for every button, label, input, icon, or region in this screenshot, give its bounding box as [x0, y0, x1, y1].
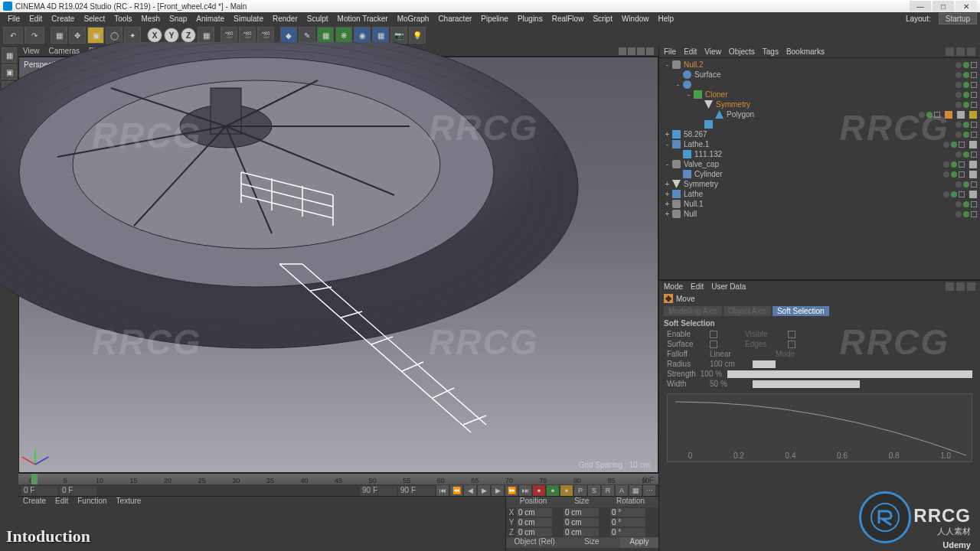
val-radius[interactable]: 100 cm [710, 360, 748, 368]
generator-icon[interactable]: ▦ [317, 27, 334, 44]
key-rot-icon[interactable]: R [602, 485, 614, 496]
coord-field[interactable]: 0 ° [610, 518, 645, 527]
axis-z-toggle[interactable]: Z [181, 28, 196, 43]
tree-item-label[interactable]: 58.267 [684, 130, 707, 139]
chk-surface[interactable] [710, 341, 717, 348]
menu-motion-tracker[interactable]: Motion Tracker [333, 15, 393, 23]
tree-item-label[interactable]: Lathe [684, 190, 703, 198]
layer-dot-icon[interactable] [956, 181, 962, 187]
menu-mograph[interactable]: MoGraph [393, 15, 434, 23]
layer-dot-icon[interactable] [943, 171, 949, 178]
tree-item-label[interactable]: 111.132 [694, 150, 722, 158]
tree-item-label[interactable]: Cylinder [694, 170, 723, 178]
tag-icon[interactable] [969, 191, 977, 198]
layer-dot-icon[interactable] [956, 201, 962, 207]
visibility-dot-icon[interactable] [926, 112, 933, 118]
frame-end-field[interactable]: 90 F [360, 486, 397, 496]
coord-field[interactable]: 0 cm [517, 508, 552, 517]
goto-end-icon[interactable]: ⏭ [519, 485, 531, 496]
tree-item-label[interactable]: Null [684, 210, 697, 218]
playhead[interactable] [31, 474, 38, 484]
layer-dot-icon[interactable] [943, 142, 949, 148]
spline-pen-icon[interactable]: ✎ [299, 27, 315, 44]
tree-row[interactable]: Polygon [659, 109, 980, 119]
rotate-tool-icon[interactable]: ◯ [106, 27, 122, 44]
tree-row[interactable] [659, 119, 980, 129]
am-nav-fwd-icon[interactable] [956, 282, 965, 291]
chk-edges[interactable] [788, 341, 795, 348]
coord-field[interactable]: 0 cm [564, 508, 599, 517]
tab-object-axis[interactable]: Object Axis [724, 306, 771, 316]
menu-render[interactable]: Render [268, 15, 302, 23]
am-opts-icon[interactable] [967, 282, 975, 291]
enable-checkbox[interactable] [971, 211, 977, 217]
tree-expander-icon[interactable]: - [685, 90, 692, 99]
menu-select[interactable]: Select [79, 15, 109, 23]
key-param-icon[interactable]: A [616, 485, 628, 496]
menu-character[interactable]: Character [433, 15, 476, 23]
chk-visible[interactable] [788, 331, 795, 338]
render-view-icon[interactable]: 🎬 [220, 27, 237, 44]
tree-item-label[interactable]: Null.1 [684, 200, 704, 208]
axis-y-toggle[interactable]: Y [164, 28, 179, 43]
tree-expander-icon[interactable]: + [664, 200, 671, 208]
tree-row[interactable]: -Valve_cap [659, 159, 980, 169]
val-width[interactable]: 50 % [710, 380, 748, 388]
visibility-dot-icon[interactable] [963, 152, 969, 158]
tag-icon[interactable] [957, 111, 965, 119]
window-maximize-button[interactable]: □ [933, 1, 954, 11]
recent-tool-icon[interactable]: ✦ [124, 27, 141, 44]
tree-row[interactable]: - [659, 80, 980, 90]
enable-checkbox[interactable] [959, 142, 965, 148]
menu-pipeline[interactable]: Pipeline [476, 15, 513, 23]
frame-eb-field[interactable]: 90 F [398, 486, 435, 496]
render-settings-icon[interactable]: 🎬 [257, 27, 274, 44]
select-tool-icon[interactable]: ▦ [51, 27, 67, 44]
layer-dot-icon[interactable] [956, 122, 962, 128]
visibility-dot-icon[interactable] [963, 92, 969, 98]
window-minimize-button[interactable]: — [910, 1, 931, 11]
timeline-ruler[interactable]: 0510152025303540455055606570758085900 F [18, 474, 658, 484]
tab-soft-selection[interactable]: Soft Selection [773, 306, 829, 316]
menu-snap[interactable]: Snap [165, 15, 191, 23]
tree-expander-icon[interactable]: + [664, 190, 671, 198]
tree-row[interactable]: Surface [659, 70, 980, 80]
om-opts-icon[interactable] [967, 47, 975, 56]
coord-field[interactable]: 0 ° [610, 528, 645, 536]
deformer-icon[interactable]: ◉ [354, 27, 371, 44]
environment-icon[interactable]: ▦ [372, 27, 389, 44]
visibility-dot-icon[interactable] [963, 181, 969, 187]
enable-checkbox[interactable] [971, 152, 977, 158]
visibility-dot-icon[interactable] [951, 171, 957, 178]
tree-item-label[interactable]: Cloner [705, 90, 727, 99]
autokey-icon[interactable]: ● [547, 485, 559, 496]
tab-modelling-axis[interactable]: Modelling Axis [664, 306, 722, 316]
tag-icon[interactable] [969, 141, 977, 148]
step-back-icon[interactable]: ◀ [464, 485, 476, 496]
tab-function[interactable]: Function [77, 497, 106, 507]
coord-field[interactable]: 0 ° [610, 508, 645, 517]
om-search-icon[interactable] [946, 47, 954, 56]
enable-checkbox[interactable] [971, 72, 977, 78]
falloff-graph[interactable]: 00.20.40.60.81.0 [667, 393, 972, 462]
slider-width[interactable] [753, 380, 860, 388]
tree-item-label[interactable]: Symmetry [684, 180, 718, 188]
coord-mode-select[interactable]: Object (Rel) [506, 537, 564, 548]
object-tree[interactable]: -Null.2Surface--ClonerSymmetryPolygon+58… [659, 58, 980, 280]
frame-start-field[interactable]: 0 F [21, 486, 58, 496]
enable-checkbox[interactable] [959, 171, 965, 178]
menu-tools[interactable]: Tools [109, 15, 136, 23]
tag-icon[interactable] [945, 111, 952, 119]
frame-sa-field[interactable]: 0 F [60, 486, 96, 496]
material-manager[interactable]: Create Edit Function Texture [18, 496, 505, 551]
om-menu-tags[interactable]: Tags [763, 47, 779, 56]
visibility-dot-icon[interactable] [951, 161, 957, 168]
tree-item-label[interactable]: Null.2 [684, 60, 704, 69]
tree-row[interactable]: Symmetry [659, 99, 980, 109]
menu-sculpt[interactable]: Sculpt [302, 15, 333, 23]
key-pla-icon[interactable]: ▦ [629, 485, 642, 496]
layer-dot-icon[interactable] [956, 72, 962, 78]
visibility-dot-icon[interactable] [963, 201, 969, 207]
coord-size-mode-select[interactable]: Size [564, 537, 621, 548]
coord-field[interactable]: 0 cm [517, 528, 552, 536]
